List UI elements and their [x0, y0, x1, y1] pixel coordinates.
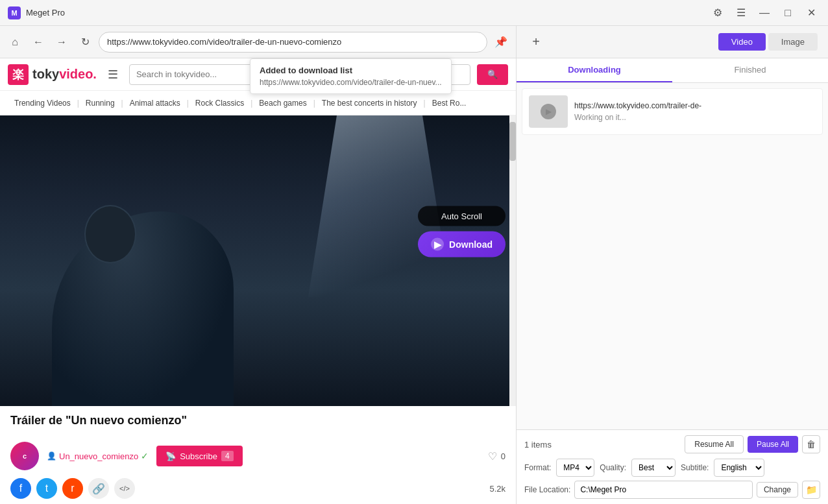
auto-scroll-button[interactable]: Auto Scroll: [418, 206, 505, 226]
file-location-input[interactable]: [574, 481, 753, 499]
notification-popup: Added to download list https://www.tokyv…: [250, 58, 452, 94]
window-controls: ⚙ ☰ — □ ✕: [709, 4, 820, 22]
close-button[interactable]: ✕: [802, 4, 820, 22]
minimize-button[interactable]: —: [755, 4, 773, 22]
meget-header: + Video Image: [517, 26, 828, 58]
download-button[interactable]: ▶ Download: [418, 232, 505, 258]
reload-button[interactable]: ↻: [75, 32, 95, 52]
back-button[interactable]: ←: [29, 32, 48, 52]
site-logo: 楽 tokyvideo.: [8, 64, 97, 85]
channel-avatar: c: [10, 442, 39, 470]
facebook-icon[interactable]: f: [10, 478, 31, 499]
menu-button[interactable]: ☰: [732, 4, 750, 22]
nav-link-rock[interactable]: Rock Classics: [189, 91, 250, 115]
video-info: Tráiler de "Un nuevo comienzo": [0, 406, 516, 439]
scrollbar[interactable]: [509, 115, 516, 406]
open-folder-button[interactable]: 📁: [802, 481, 820, 499]
quality-label: Quality:: [600, 463, 626, 472]
link-icon[interactable]: 🔗: [88, 478, 109, 499]
add-download-button[interactable]: +: [527, 33, 545, 51]
format-select[interactable]: MP4 MP3 AVI: [556, 459, 594, 477]
subtitle-label: Subtitle:: [681, 463, 709, 472]
nav-link-running[interactable]: Running: [79, 91, 121, 115]
browser-pane: ⌂ ← → ↻ 📌 楽 tokyvideo. ☰ 🔍 Added to dow: [0, 26, 516, 504]
download-url: https://www.tokyvideo.com/trailer-de-: [574, 101, 816, 110]
delete-button[interactable]: 🗑: [802, 435, 820, 453]
nav-links-bar: Trending Videos | Running | Animal attac…: [0, 91, 516, 115]
reddit-icon[interactable]: r: [62, 478, 83, 499]
nav-link-concerts[interactable]: The best concerts in history: [315, 91, 424, 115]
channel-link[interactable]: Un_nuevo_comienzo: [59, 451, 138, 461]
app-logo: M: [8, 6, 21, 19]
download-list: ▶ https://www.tokyvideo.com/trailer-de- …: [517, 83, 828, 429]
site-header: 楽 tokyvideo. ☰ 🔍 Added to download list …: [0, 58, 516, 91]
download-thumbnail: ▶: [529, 95, 568, 128]
download-status: Working on it...: [574, 113, 816, 122]
video-thumbnail: [0, 115, 516, 406]
change-location-button[interactable]: Change: [757, 482, 798, 498]
home-button[interactable]: ⌂: [5, 32, 25, 52]
file-location-label: File Location:: [524, 485, 570, 494]
nav-link-animal[interactable]: Animal attacks: [123, 91, 187, 115]
download-item: ▶ https://www.tokyvideo.com/trailer-de- …: [522, 88, 823, 135]
media-type-tabs: Video Image: [718, 33, 818, 51]
scrollbar-thumb[interactable]: [509, 122, 516, 161]
notification-url: https://www.tokyvideo.com/video/trailer-…: [260, 78, 442, 87]
social-share-row: f t r 🔗 </> 5.2k: [0, 475, 516, 504]
like-count: 0: [501, 451, 505, 461]
file-location-row: File Location: Change 📁: [524, 481, 820, 499]
items-row: 1 items Resume All Pause All 🗑: [524, 435, 820, 453]
like-icon[interactable]: ♡: [488, 450, 497, 462]
titlebar: M Meget Pro ⚙ ☰ — □ ✕: [0, 0, 828, 26]
user-icon: 👤: [47, 451, 56, 461]
pause-all-button[interactable]: Pause All: [748, 436, 798, 453]
hamburger-menu[interactable]: ☰: [103, 65, 123, 84]
channel-info: c 👤 Un_nuevo_comienzo ✓ 📡 Subscribe 4 ♡ …: [0, 439, 516, 475]
nav-link-trending[interactable]: Trending Videos: [8, 91, 77, 115]
forward-button[interactable]: →: [52, 32, 71, 52]
thumbnail-play-icon: ▶: [541, 104, 556, 119]
embed-icon[interactable]: </>: [114, 478, 135, 499]
download-status-tabs: Downloading Finished: [517, 58, 828, 83]
nav-link-best[interactable]: Best Ro...: [426, 91, 473, 115]
app-title: Meget Pro: [26, 8, 709, 18]
site-search-button[interactable]: 🔍: [477, 64, 508, 85]
video-player-area[interactable]: Auto Scroll ▶ Download: [0, 115, 516, 406]
format-quality-row: Format: MP4 MP3 AVI Quality: Best 1080p …: [524, 459, 820, 477]
navigation-bar: ⌂ ← → ↻ 📌: [0, 26, 516, 58]
download-button-icon: ▶: [431, 238, 444, 251]
bottom-controls: 1 items Resume All Pause All 🗑 Format: M…: [517, 429, 828, 504]
format-label: Format:: [524, 463, 551, 472]
verified-icon: ✓: [141, 451, 149, 461]
download-item-info: https://www.tokyvideo.com/trailer-de- Wo…: [574, 101, 816, 122]
address-bar[interactable]: [99, 32, 487, 53]
quality-select[interactable]: Best 1080p 720p: [631, 459, 676, 477]
views-count: 5.2k: [489, 484, 505, 494]
subscribe-count: 4: [221, 451, 234, 461]
items-count: 1 items: [524, 440, 685, 450]
maximize-button[interactable]: □: [779, 4, 797, 22]
settings-button[interactable]: ⚙: [709, 4, 727, 22]
notification-title: Added to download list: [260, 66, 442, 75]
resume-all-button[interactable]: Resume All: [685, 435, 744, 453]
video-title: Tráiler de "Un nuevo comienzo": [10, 414, 505, 427]
logo-icon: 楽: [8, 64, 29, 85]
subscribe-button[interactable]: 📡 Subscribe 4: [156, 446, 243, 466]
finished-tab[interactable]: Finished: [672, 58, 828, 82]
channel-meta: 👤 Un_nuevo_comienzo ✓: [47, 451, 149, 461]
pin-button[interactable]: 📌: [491, 32, 511, 52]
subtitle-select[interactable]: English Spanish None: [714, 459, 764, 477]
logo-letter: M: [11, 9, 17, 17]
logo-text: tokyvideo.: [32, 67, 97, 82]
twitter-icon[interactable]: t: [36, 478, 57, 499]
main-container: ⌂ ← → ↻ 📌 楽 tokyvideo. ☰ 🔍 Added to dow: [0, 26, 828, 504]
downloading-tab[interactable]: Downloading: [517, 58, 672, 82]
image-tab-button[interactable]: Image: [768, 33, 818, 51]
meget-panel: + Video Image Downloading Finished ▶ htt…: [516, 26, 828, 504]
video-tab-button[interactable]: Video: [718, 33, 766, 51]
nav-link-beach[interactable]: Beach games: [252, 91, 313, 115]
